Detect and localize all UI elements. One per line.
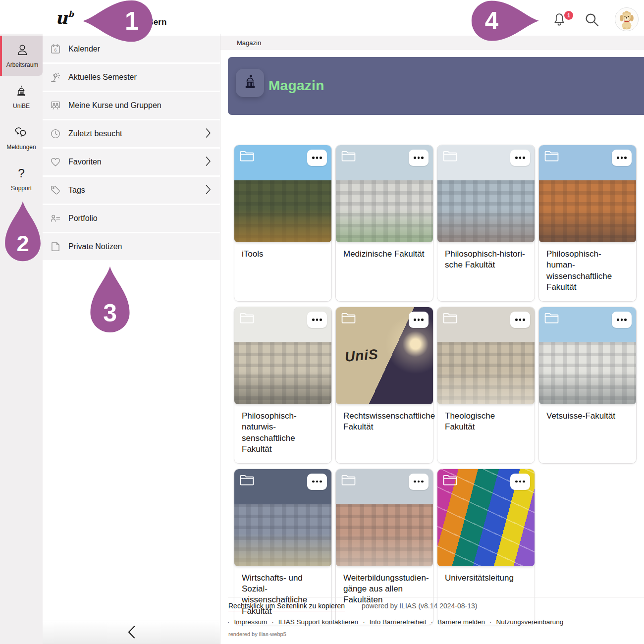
unibe-logo[interactable]: ub — [55, 8, 74, 28]
card-title-line: gänge aus allen — [343, 584, 403, 593]
dot — [316, 481, 319, 483]
card-photo[interactable] — [234, 469, 331, 566]
card-photo[interactable] — [539, 145, 636, 242]
search-button[interactable] — [584, 12, 600, 29]
card-actions-button[interactable] — [307, 312, 327, 328]
footer-link[interactable]: Nutzungsvereinbarung — [496, 618, 563, 626]
collapse-sidebar-button[interactable] — [43, 621, 220, 644]
card-photo[interactable] — [336, 469, 433, 566]
card[interactable]: iTools — [234, 145, 332, 302]
person-icon — [15, 43, 29, 58]
card[interactable]: Vetsuisse-Fakultät — [538, 307, 637, 464]
rail-item-arbeitsraum[interactable]: Arbeitsraum — [0, 36, 43, 76]
main-content: Magazin Magazin iToolsMedizinische Fakul… — [220, 34, 644, 644]
footer-link[interactable]: Barriere melden — [437, 618, 485, 626]
card-actions-button[interactable] — [409, 474, 429, 490]
rail-item-unibe[interactable]: UniBE — [0, 77, 43, 117]
dot — [312, 319, 315, 321]
card-title: Theologische Fakultät — [437, 404, 535, 441]
menu-item-private-notizen[interactable]: Private Notizen — [43, 233, 220, 260]
footer-link[interactable]: Impressum — [234, 618, 268, 626]
card-title-line: Philosophisch-naturwis- — [242, 411, 297, 431]
breadcrumb[interactable]: Magazin — [237, 39, 261, 47]
menu-item-meine-kurse[interactable]: Meine Kurse und Gruppen — [43, 92, 220, 119]
footer-links: ·Impressum·ILIAS Support kontaktieren·In… — [227, 618, 614, 626]
dot — [414, 481, 416, 483]
rail-item-support[interactable]: ? Support — [0, 159, 43, 199]
card-actions-button[interactable] — [510, 150, 530, 166]
top-header: ub Universität Bern 1 — [0, 0, 644, 34]
card-grid: iToolsMedizinische FakultätPhilosophisch… — [234, 145, 637, 625]
dot — [617, 319, 619, 321]
svg-text:?: ? — [18, 166, 25, 180]
card-title-line: Fakultät — [343, 422, 373, 431]
footer-link-separator: · — [363, 618, 365, 626]
menu-item-kalender[interactable]: 6 Kalender — [43, 36, 220, 62]
card-title-line: Fakultät — [546, 282, 576, 292]
card-actions-button[interactable] — [510, 474, 530, 490]
menu-item-label: Zuletzt besucht — [68, 129, 122, 138]
rail-item-meldungen[interactable]: Meldungen — [0, 118, 43, 158]
card-title-line: Theologische Fakultät — [445, 411, 495, 431]
card-actions-button[interactable] — [612, 150, 632, 166]
logo-b-sup: b — [68, 9, 74, 19]
calendar-day-number: 6 — [54, 48, 57, 53]
footer-link[interactable]: Info Barrierefreiheit — [370, 618, 427, 626]
card-photo[interactable] — [437, 145, 535, 242]
copy-page-link[interactable]: Rechtsklick um Seitenlink zu kopieren — [228, 602, 345, 611]
card-photo[interactable]: UniS — [336, 307, 433, 404]
card-photo[interactable] — [437, 307, 535, 404]
calendar-icon: 6 — [50, 43, 61, 55]
header-title: Universität Bern — [102, 17, 166, 27]
card-title: Philosophisch-histori-sche Fakultät — [437, 242, 535, 279]
card-actions-button[interactable] — [409, 150, 429, 166]
menu-item-favoriten[interactable]: Favoriten — [43, 149, 220, 175]
card-photo[interactable] — [336, 145, 433, 242]
dot — [624, 157, 627, 159]
card-actions-button[interactable] — [612, 312, 632, 328]
dot — [621, 157, 623, 159]
menu-item-zuletzt-besucht[interactable]: Zuletzt besucht — [43, 120, 220, 147]
card-title: Universitätsleitung — [437, 566, 535, 591]
card[interactable]: Medizinische Fakultät — [335, 145, 433, 302]
card-photo[interactable] — [234, 145, 331, 242]
dot — [519, 319, 522, 321]
card-actions-button[interactable] — [409, 312, 429, 328]
card[interactable]: Philosophisch-human-wissenschaftlicheFak… — [538, 145, 637, 302]
bell-icon — [552, 21, 567, 29]
chevron-left-icon — [127, 625, 136, 641]
card[interactable]: Philosophisch-naturwis-senschaftliche Fa… — [234, 307, 332, 464]
notifications-button[interactable]: 1 — [548, 10, 571, 30]
chevron-right-icon — [206, 157, 211, 168]
card-actions-button[interactable] — [307, 150, 327, 166]
logo-u: u — [55, 8, 68, 28]
workspace-sidebar: 6 Kalender Aktuelles Semester — [43, 34, 220, 644]
menu-item-label: Private Notizen — [68, 242, 122, 251]
banner-icon-tile — [236, 69, 264, 97]
rendered-by-text: rendered by ilias-webp5 — [228, 631, 286, 637]
card[interactable]: Philosophisch-histori-sche Fakultät — [437, 145, 535, 302]
card-photo[interactable] — [539, 307, 636, 404]
dog-avatar-image — [615, 25, 638, 31]
card-photo[interactable] — [234, 307, 331, 404]
menu-item-tags[interactable]: Tags — [43, 177, 220, 204]
card[interactable]: Theologische Fakultät — [437, 307, 535, 464]
card-actions-button[interactable] — [510, 312, 530, 328]
menu-item-label: Favoriten — [68, 158, 102, 166]
dot — [320, 319, 322, 321]
dot — [312, 481, 315, 483]
footer-divider — [228, 597, 644, 597]
card-photo[interactable] — [437, 469, 535, 566]
workspace-menu: 6 Kalender Aktuelles Semester — [43, 34, 220, 260]
menu-item-aktuelles-semester[interactable]: Aktuelles Semester — [43, 64, 220, 91]
content-divider — [228, 134, 644, 134]
magazin-banner: Magazin — [228, 57, 644, 115]
menu-item-portfolio[interactable]: Portfolio — [43, 205, 220, 232]
user-avatar[interactable] — [615, 7, 639, 31]
card-actions-button[interactable] — [307, 474, 327, 490]
powered-by-text: powered by ILIAS (v8.14 2024-08-13) — [362, 602, 477, 610]
card-title-line: Philosophisch-human- — [546, 249, 601, 269]
footer-link[interactable]: ILIAS Support kontaktieren — [278, 618, 358, 626]
menu-item-label: Aktuelles Semester — [68, 73, 137, 82]
card[interactable]: UniSRechtswissenschaftlicheFakultät — [335, 307, 433, 464]
